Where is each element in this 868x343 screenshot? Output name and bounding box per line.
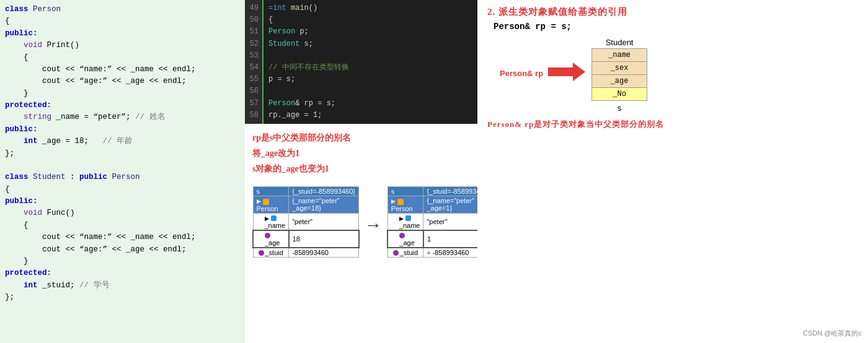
arrow-diagram <box>548 63 585 84</box>
editor-line <box>268 50 472 62</box>
code-line: cout << “age:” << _age << endl; <box>5 76 240 87</box>
code-line <box>5 160 240 172</box>
code-line: { <box>5 15 240 27</box>
code-line: public: <box>5 124 240 136</box>
left-code-panel: class Person{public: void Print() { cout… <box>0 0 245 343</box>
debug-age-row: _age18 <box>253 230 359 248</box>
editor-line: rp._age = 1; <box>268 110 472 121</box>
code-line: cout << “name:” << _name << endl; <box>5 232 240 243</box>
pointer-diagram: Person& rp <box>500 63 585 84</box>
s-object-label: s <box>591 103 647 113</box>
line-number: 52 <box>249 38 259 50</box>
line-number: 53 <box>249 50 259 62</box>
memory-field: _name <box>592 49 647 62</box>
memory-field: _sex <box>592 62 647 75</box>
student-label: Student <box>591 38 647 47</box>
code-display: class Person{public: void Print() { cout… <box>5 4 240 303</box>
code-line: protected: <box>5 267 240 279</box>
debug-stuid-row: _stuid-858993460 <box>253 248 359 258</box>
line-number: 56 <box>249 85 259 97</box>
code-line: public: <box>5 28 240 40</box>
code-line: string _name = “peter”; // 姓名 <box>5 111 240 123</box>
section-title: 2. 派生类对象赋值给基类的引用 <box>487 6 858 18</box>
editor-line: { <box>268 14 472 26</box>
editor-line: p = s; <box>268 74 472 85</box>
line-number: 50 <box>249 14 259 26</box>
annotation-line: s对象的_age也变为1 <box>252 161 470 176</box>
debug-name-row: ▶ _name"peter" <box>253 213 359 230</box>
editor-line <box>268 85 472 97</box>
code-reference: Person& rp = s; <box>494 22 858 32</box>
annotation-line: 将_age改为1 <box>252 145 470 161</box>
line-number: 55 <box>249 74 259 85</box>
debug-table-left: s{_stuid=-858993460}▶ Person{_name="pete… <box>252 186 360 257</box>
code-line: }; <box>5 292 240 303</box>
code-line: int _age = 18; // 年龄 <box>5 136 240 147</box>
annotation-line: rp是s中父类那部分的别名 <box>252 130 470 145</box>
code-line: cout << “name:” << _name << endl; <box>5 64 240 76</box>
line-number: 49 <box>249 2 259 14</box>
person-rp-label: Person& rp <box>500 69 543 78</box>
code-line: { <box>5 184 240 196</box>
code-line: class Person <box>5 4 240 15</box>
editor-line: Person& rp = s; <box>268 98 472 110</box>
code-line: protected: <box>5 100 240 111</box>
line-numbers: 49505152535455565758 <box>245 0 264 124</box>
code-line: }; <box>5 148 240 160</box>
code-editor: 49505152535455565758 =int main(){ Person… <box>245 0 477 124</box>
bottom-description: Person& rp是对子类对象当中父类部分的别名 <box>487 119 858 130</box>
memory-field: _age <box>592 75 647 88</box>
arrow-icon: → <box>368 216 379 235</box>
line-number: 58 <box>249 110 259 121</box>
code-line: } <box>5 256 240 267</box>
code-line: void Print() <box>5 40 240 51</box>
memory-diagram: Student _name_sex_age_No s <box>591 38 647 113</box>
editor-line: // 中间不存在类型转换 <box>268 62 472 74</box>
memory-field: _No <box>592 88 647 101</box>
code-line: int _stuid; // 学号 <box>5 280 240 292</box>
code-lines: =int main(){ Person p; Student s; // 中间不… <box>264 0 477 124</box>
code-line: public: <box>5 196 240 207</box>
code-line: class Student : public Person <box>5 172 240 183</box>
debug-header-row: s{_stuid=-858993460} <box>253 187 359 196</box>
line-number: 57 <box>249 98 259 110</box>
annotation-area: rp是s中父类那部分的别名将_age改为1s对象的_age也变为1 <box>245 124 477 183</box>
watermark: CSDN @哈茶真的c <box>803 329 862 338</box>
editor-line: =int main() <box>268 2 472 14</box>
line-number: 51 <box>249 26 259 38</box>
code-line: { <box>5 220 240 232</box>
code-line: { <box>5 52 240 64</box>
editor-line: Person p; <box>268 26 472 38</box>
middle-panel: 49505152535455565758 =int main(){ Person… <box>245 0 477 343</box>
code-line: } <box>5 88 240 100</box>
code-line: void Func() <box>5 207 240 219</box>
debug-person-row: ▶ Person{_name="peter" _age=18} <box>253 196 359 213</box>
debug-section: s{_stuid=-858993460}▶ Person{_name="pete… <box>245 186 477 262</box>
right-panel: 2. 派生类对象赋值给基类的引用 Person& rp = s; Person&… <box>477 0 868 343</box>
code-line: cout << “age:” << _age << endl; <box>5 244 240 256</box>
svg-marker-0 <box>548 63 585 81</box>
line-number: 54 <box>249 62 259 74</box>
editor-line: Student s; <box>268 38 472 50</box>
